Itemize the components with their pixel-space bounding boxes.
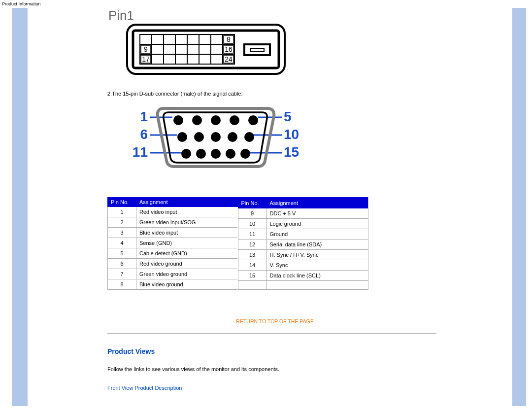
table-row: 4Sense (GND) [108,238,238,248]
dvi-connector-diagram: Pin1 [107,8,442,78]
dvi-pin-24: 24 [225,55,233,63]
svg-point-34 [244,132,254,142]
return-to-top-link[interactable]: RETURN TO TOP OF THE PAGE [107,318,442,324]
table-row: 3Blue video input [108,228,238,238]
svg-point-37 [211,149,221,159]
pin-assignment-tables: Pin No. Assignment 1Red video input 2Gre… [107,197,368,290]
pin-table-right: Pin No. Assignment 9DDC + 5 V 10Logic gr… [238,197,368,290]
th-pinno: Pin No. [238,198,266,208]
svg-point-30 [177,132,187,142]
dvi-pin-17: 17 [142,55,150,63]
dvi-pin-9: 9 [144,45,148,53]
sidebar-right-stripe [512,8,526,406]
dvi-pin-16: 16 [225,45,233,53]
table-row: 12Serial data line (SDA) [238,240,368,250]
svg-point-33 [228,132,237,142]
table-row: 6Red video ground [108,259,238,269]
dvi-connector-svg: 8 9 16 17 24 [126,17,294,77]
svg-point-38 [226,149,235,159]
table-row: 10Logic ground [238,219,368,229]
svg-point-39 [240,149,250,159]
table-row: 15Data clock line (SCL) [238,271,368,281]
page-content: Pin1 [0,8,532,411]
dsub-description: 2.The 15-pin D-sub connector (male) of t… [107,91,442,97]
table-row [238,281,368,290]
front-view-link[interactable]: Front View Product Description [107,385,182,391]
table-row: 5Cable detect (GND) [108,248,238,259]
svg-point-35 [181,149,191,159]
table-row: 8Blue video ground [108,279,238,290]
svg-rect-1 [133,31,279,68]
table-row: 2Green video input/SOG [108,217,238,228]
dsub-label-1: 1 [140,109,148,124]
table-row: 13H. Sync / H+V. Sync [238,250,368,260]
th-assign: Assignment [266,198,368,208]
dsub-label-15: 15 [284,144,299,160]
pin-table-left: Pin No. Assignment 1Red video input 2Gre… [107,197,238,290]
svg-point-25 [173,115,183,125]
dsub-label-11: 11 [133,144,148,160]
dsub-label-5: 5 [284,109,292,124]
dsub-connector-diagram: 1 6 11 5 10 15 [125,105,442,175]
svg-point-32 [211,132,221,142]
main-column: Pin1 [107,8,442,411]
svg-point-27 [211,115,221,125]
table-row: 9DDC + 5 V [238,208,368,219]
table-row: 7Green video ground [108,269,238,279]
svg-point-29 [248,115,258,125]
divider [107,333,436,334]
dvi-pin-8: 8 [227,35,231,43]
svg-point-31 [194,132,204,142]
th-assign: Assignment [136,198,238,207]
pin1-label: Pin1 [108,8,134,23]
header-label: Product Information [0,0,532,8]
svg-point-26 [192,115,202,125]
dsub-label-10: 10 [284,127,299,142]
th-pinno: Pin No. [108,198,136,207]
table-row: 14V. Sync [238,260,368,271]
svg-point-28 [230,115,239,125]
svg-point-36 [196,149,206,159]
dsub-label-6: 6 [140,127,148,142]
product-views-heading: Product Views [107,347,442,355]
svg-rect-18 [250,48,264,51]
sidebar-left-stripe [12,8,28,406]
product-views-desc: Follow the links to see various views of… [107,366,442,372]
table-row: 11Ground [238,229,368,240]
svg-rect-17 [244,44,270,55]
table-row: 1Red video input [108,207,238,217]
